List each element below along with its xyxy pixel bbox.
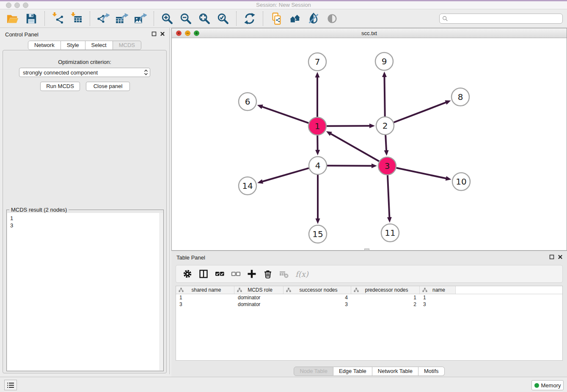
zoom-out-icon[interactable]	[179, 12, 193, 25]
tab-network-table[interactable]: Network Table	[372, 367, 418, 376]
export-image-icon[interactable]	[134, 12, 147, 25]
float-panel-icon[interactable]	[151, 31, 157, 36]
edge-arrowhead	[257, 179, 263, 184]
table-panel-tabs: Node TableEdge TableNetwork TableMotifs	[171, 367, 567, 376]
table-cell[interactable]: 1	[351, 294, 420, 301]
table-cell[interactable]: 3	[420, 301, 456, 308]
delete-table-icon[interactable]	[278, 268, 289, 279]
graph-node-label-8: 8	[458, 92, 463, 102]
graph-node-label-11: 11	[385, 228, 395, 238]
table-cell[interactable]: 4	[284, 294, 351, 301]
open-folder-icon[interactable]	[6, 12, 19, 25]
unselect-all-columns-icon[interactable]	[230, 268, 241, 279]
save-icon[interactable]	[25, 12, 38, 25]
network-view-window: scc.txt 7968124314101511	[171, 28, 567, 251]
table-cell[interactable]: 2	[351, 301, 420, 308]
close-table-panel-icon[interactable]	[558, 254, 563, 259]
float-table-panel-icon[interactable]	[549, 254, 554, 259]
column-header-name[interactable]: name	[420, 286, 456, 294]
show-panel-list-button[interactable]	[4, 380, 17, 390]
hide-graphics-details-icon[interactable]	[307, 12, 320, 25]
tab-style[interactable]: Style	[61, 41, 85, 50]
result-scrollbar[interactable]	[160, 213, 163, 370]
import-network-icon[interactable]	[51, 12, 65, 25]
search-input[interactable]	[450, 14, 562, 23]
table-header-row: shared nameMCDS rolesuccessor nodesprede…	[176, 286, 562, 294]
tab-select[interactable]: Select	[85, 41, 113, 50]
close-panel-button[interactable]: Close panel	[86, 82, 130, 91]
memory-label: Memory	[541, 382, 561, 389]
column-type-icon	[420, 287, 427, 293]
run-mcds-button[interactable]: Run MCDS	[40, 82, 80, 91]
table-panel-title: Table Panel	[176, 254, 205, 261]
import-table-icon[interactable]	[70, 12, 83, 25]
table-cell[interactable]: dominator	[234, 301, 284, 308]
graph-edge-1-6[interactable]	[261, 107, 308, 123]
graph-edge-1-2[interactable]	[327, 126, 370, 126]
close-panel-icon[interactable]	[160, 31, 165, 36]
graph-edge-4-14[interactable]	[262, 168, 309, 182]
gear-icon[interactable]	[182, 268, 193, 279]
graph-edge-2-8[interactable]	[394, 102, 447, 122]
table-cell[interactable]: 3	[284, 301, 351, 308]
mcds-result-list[interactable]: 13	[7, 213, 160, 370]
memory-button[interactable]: Memory	[531, 380, 564, 390]
delete-columns-icon[interactable]	[262, 268, 273, 279]
show-all-networks-icon[interactable]	[288, 12, 302, 25]
table-cell[interactable]: 3	[176, 301, 234, 308]
table-cell[interactable]: 1	[176, 294, 234, 301]
column-header-MCDS-role[interactable]: MCDS role	[234, 286, 284, 294]
column-layout-icon[interactable]	[198, 268, 209, 279]
zoom-fit-icon[interactable]	[198, 12, 211, 25]
tab-network[interactable]: Network	[28, 41, 61, 50]
tab-mcds[interactable]: MCDS	[113, 41, 141, 50]
table-row[interactable]: 1dominator411	[176, 294, 562, 301]
app-titlebar: Session: New Session	[0, 0, 567, 9]
zoom-in-icon[interactable]	[160, 12, 174, 25]
zoom-selected-icon[interactable]	[216, 12, 230, 25]
graph-node-label-10: 10	[456, 177, 466, 187]
duplicate-network-icon[interactable]	[270, 12, 283, 25]
criterion-dropdown[interactable]: strongly connected component	[19, 68, 150, 77]
tab-node-table[interactable]: Node Table	[294, 367, 333, 376]
column-header-shared-name[interactable]: shared name	[176, 286, 234, 294]
select-all-columns-icon[interactable]	[214, 268, 225, 279]
edge-arrowhead	[315, 150, 320, 155]
mcds-result-group: MCDS result (2 nodes) 13	[6, 210, 164, 371]
column-type-icon	[234, 287, 242, 293]
search-box[interactable]	[439, 14, 563, 24]
network-graph: 7968124314101511	[172, 38, 567, 250]
mcds-result-item: 1	[10, 215, 160, 222]
refresh-layout-icon[interactable]	[243, 12, 256, 25]
table-cell[interactable]: 1	[420, 294, 456, 301]
column-type-icon	[284, 287, 291, 293]
function-builder-icon[interactable]: f(x)	[295, 270, 308, 279]
add-column-icon[interactable]	[246, 268, 257, 279]
app-title: Session: New Session	[0, 2, 567, 8]
export-network-icon[interactable]	[96, 12, 110, 25]
control-panel-title: Control Panel	[5, 31, 39, 38]
column-header-successor-nodes[interactable]: successor nodes	[284, 286, 351, 294]
mcds-result-item: 3	[10, 222, 160, 229]
network-canvas[interactable]: 7968124314101511	[172, 38, 567, 250]
graph-edge-4-3[interactable]	[327, 166, 372, 166]
graph-edge-2-9[interactable]	[384, 76, 385, 116]
graph-edge-3-1[interactable]	[330, 133, 379, 161]
search-icon	[442, 16, 448, 22]
table-row[interactable]: 3dominator323	[176, 301, 562, 308]
network-window-titlebar[interactable]: scc.txt	[172, 28, 567, 38]
graph-edge-2-3[interactable]	[385, 135, 386, 151]
control-panel-tabs: NetworkStyleSelectMCDS	[0, 41, 169, 50]
table-cell[interactable]: dominator	[234, 294, 284, 301]
tab-motifs[interactable]: Motifs	[418, 367, 445, 376]
tab-edge-table[interactable]: Edge Table	[333, 367, 372, 376]
edge-arrowhead	[369, 124, 375, 128]
export-table-icon[interactable]	[115, 12, 129, 25]
criterion-value: strongly connected component	[23, 69, 144, 76]
graph-edge-3-11[interactable]	[388, 175, 389, 218]
eye-toggle-icon[interactable]	[325, 12, 339, 25]
graph-edge-3-10[interactable]	[396, 168, 447, 179]
edge-arrowhead	[315, 72, 320, 77]
column-header-predecessor-nodes[interactable]: predecessor nodes	[351, 286, 420, 294]
titlebar-accent	[0, 0, 567, 1]
